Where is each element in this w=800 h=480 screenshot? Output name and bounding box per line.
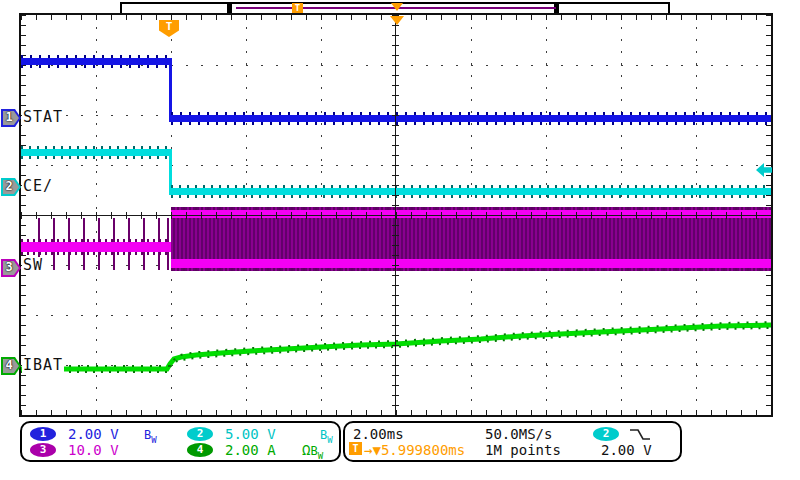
ch4-impedance-bandwidth-icon: ΩBW <box>302 442 323 461</box>
horizontal-trigger-readout-box[interactable]: 2.00ms 50.0MS/s 2 T →▼5.999800ms 1M poin… <box>343 421 682 462</box>
ch3-label: SW <box>22 257 44 274</box>
ch3-scale-readout: 10.0 V <box>68 442 119 458</box>
ch4-label: IBAT <box>22 357 64 374</box>
trigger-level-readout: 2.00 V <box>601 442 652 458</box>
sample-rate-readout: 50.0MS/s <box>485 426 552 442</box>
ch3-badge: 3 <box>30 443 56 457</box>
ch1-badge: 1 <box>30 427 56 441</box>
overview-trigger-marker-icon: T <box>292 3 303 13</box>
ch3-ground-marker[interactable]: 3 <box>1 259 21 277</box>
ch4-scale-readout: 2.00 A <box>225 442 276 458</box>
waveform-display-area[interactable] <box>19 13 773 417</box>
center-horizontal-axis <box>21 215 771 216</box>
ch1-label: STAT <box>22 109 64 126</box>
channel-readout-box[interactable]: 1 2.00 V BW 2 5.00 V BW 3 10.0 V 4 2.00 … <box>20 421 341 462</box>
trigger-source-badge: 2 <box>593 427 619 441</box>
ch2-badge: 2 <box>187 427 213 441</box>
trigger-delay-readout: →▼5.999800ms <box>364 442 465 458</box>
record-length-readout: 1M points <box>485 442 561 458</box>
ch2-label: CE/ <box>22 178 54 195</box>
ch1-bandwidth-icon: BW <box>144 426 157 445</box>
ch2-scale-readout: 5.00 V <box>225 426 276 442</box>
falling-edge-icon <box>629 428 651 441</box>
ch1-ground-marker[interactable]: 1 <box>1 109 21 127</box>
timebase-readout: 2.00ms <box>353 426 404 442</box>
ch4-ground-marker[interactable]: 4 <box>1 357 21 375</box>
expansion-point-marker-icon <box>390 16 404 25</box>
ch2-ground-marker[interactable]: 2 <box>1 178 21 196</box>
oscilloscope-screen: T <box>0 0 800 480</box>
ch1-scale-readout: 2.00 V <box>68 426 119 442</box>
trigger-badge-icon: T <box>349 442 362 455</box>
ch4-badge: 4 <box>187 443 213 457</box>
overview-expansion-marker-icon <box>391 3 403 11</box>
